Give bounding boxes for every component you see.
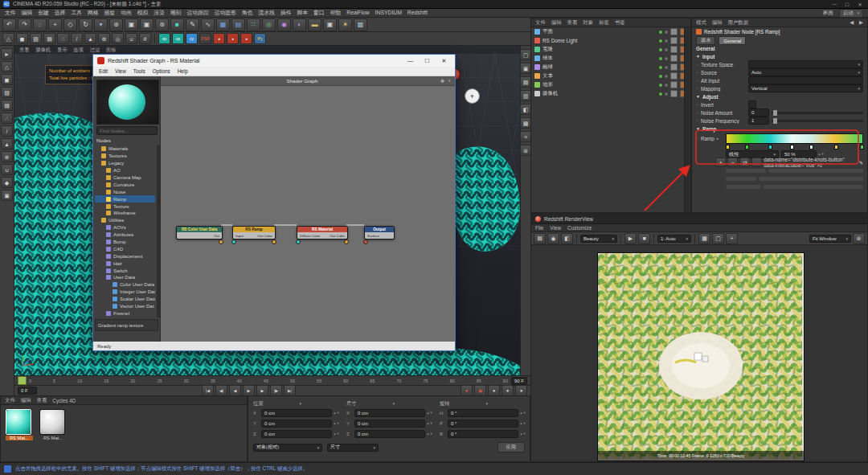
- magicmerge-icon[interactable]: ●: [227, 33, 239, 44]
- aov-select[interactable]: Beauty: [580, 235, 617, 243]
- ramp-stop-handle[interactable]: [726, 145, 730, 149]
- undo-icon[interactable]: ↶: [2, 18, 16, 31]
- rotate-icon[interactable]: ↻: [79, 18, 92, 31]
- object-menu-item[interactable]: 对象: [583, 19, 593, 27]
- shader-graph-menu-item[interactable]: Help: [178, 68, 188, 74]
- node-tree-item[interactable]: Noise: [95, 188, 155, 195]
- menu-item[interactable]: 脚本: [297, 10, 308, 15]
- end-frame-field[interactable]: 90 F: [511, 377, 527, 385]
- record-scale-button[interactable]: ●: [502, 385, 514, 396]
- polygons-mode-icon[interactable]: ▲: [1, 138, 13, 149]
- canvas-pan-icon[interactable]: ✥: [440, 78, 444, 84]
- python-icon[interactable]: Py: [254, 33, 266, 44]
- object-row[interactable]: 平面: [531, 27, 690, 36]
- viewport-menu-item[interactable]: 过滤: [90, 47, 100, 54]
- minimize-button[interactable]: —: [403, 55, 417, 66]
- menu-item[interactable]: 角色: [242, 10, 253, 15]
- node-tree-item[interactable]: Camera Map: [95, 174, 155, 182]
- coordinate-system-icon[interactable]: ⊕: [109, 18, 123, 31]
- node-tree-item[interactable]: Attributes: [95, 231, 155, 239]
- texture-tag-icon[interactable]: [670, 72, 678, 80]
- polygons-mode-icon[interactable]: ▲: [84, 33, 96, 44]
- node-tree-item[interactable]: Wireframe: [95, 210, 155, 217]
- next-key-button[interactable]: |▶: [270, 385, 282, 396]
- magicslow-icon[interactable]: ●: [213, 33, 225, 44]
- snapshot-select[interactable]: 1: Auto: [657, 235, 691, 243]
- flip-knots-button[interactable]: ⇄: [739, 158, 750, 167]
- bucket-render-icon[interactable]: ▦: [698, 233, 710, 244]
- texture-tag-icon[interactable]: [670, 63, 678, 71]
- coordinate-field[interactable]: 0 cm: [354, 430, 425, 438]
- scale-icon[interactable]: ◇: [63, 18, 77, 31]
- edges-mode-icon[interactable]: /: [71, 33, 83, 44]
- history-back-icon[interactable]: ◀: [850, 19, 854, 26]
- find-nodes-input[interactable]: [96, 126, 158, 135]
- visibility-dot[interactable]: [659, 48, 662, 51]
- workplane-mode-icon[interactable]: ▤: [1, 100, 13, 111]
- pointer-tool-icon[interactable]: ►: [1, 48, 13, 59]
- view-config-icon[interactable]: ⊛: [520, 145, 531, 156]
- cloner-icon[interactable]: ∷: [247, 18, 260, 31]
- visibility-dot[interactable]: [659, 84, 662, 87]
- record-rotation-button[interactable]: ●: [515, 385, 527, 396]
- canvas-add-icon[interactable]: ＋: [447, 77, 452, 84]
- minimize-button[interactable]: —: [829, 1, 839, 8]
- viewport-menu-item[interactable]: 显示: [57, 47, 67, 54]
- renderview-menu-item[interactable]: Customize: [567, 225, 592, 231]
- viewport-menu-item[interactable]: 面板: [106, 47, 116, 54]
- texture-tag-icon[interactable]: [670, 81, 678, 88]
- menu-item[interactable]: 插件: [280, 10, 292, 15]
- node-tree-item[interactable]: AOVs: [95, 224, 155, 231]
- object-row[interactable]: 摄像机: [531, 89, 690, 98]
- menu-item[interactable]: 网格: [88, 10, 99, 15]
- move-icon[interactable]: +: [48, 18, 62, 31]
- node-tree-item[interactable]: Bump: [95, 239, 155, 246]
- spinner[interactable]: ▲▼: [334, 432, 338, 436]
- alt-input-field[interactable]: [748, 76, 863, 84]
- points-mode-icon[interactable]: ∴: [1, 113, 13, 124]
- visibility-dot[interactable]: [659, 66, 662, 69]
- coordinate-field[interactable]: 0 cm: [261, 430, 332, 438]
- spinner[interactable]: ▲▼: [521, 412, 525, 415]
- shader-graph-titlebar[interactable]: Redshift Shader Graph - RS Material — ☐ …: [93, 55, 455, 67]
- size-mode-select[interactable]: 尺寸: [327, 444, 379, 452]
- viewport-menu-item[interactable]: 选项: [73, 47, 83, 54]
- noise-frequency-slider[interactable]: [772, 120, 863, 122]
- magicsolo-icon[interactable]: ●: [240, 33, 252, 44]
- spinner[interactable]: ▲▼: [334, 422, 338, 425]
- shader-graph-tab[interactable]: Shader Graph ✥ ＋: [161, 76, 455, 86]
- points-mode-icon[interactable]: ∴: [57, 33, 69, 44]
- material-name[interactable]: RS Mat...: [6, 436, 33, 440]
- record-key-button[interactable]: ●: [461, 385, 473, 396]
- ramp-stop-handle[interactable]: [809, 145, 813, 149]
- node-tree-item[interactable]: Integer User Dat...: [95, 289, 155, 296]
- viewport-menu-item[interactable]: 摄像机: [35, 47, 51, 54]
- menu-item[interactable]: 选择: [55, 10, 66, 15]
- view-front-icon[interactable]: ◧: [520, 104, 531, 115]
- menu-item[interactable]: 窗口: [313, 10, 325, 15]
- texture-tag-icon[interactable]: [670, 90, 678, 97]
- region-render-icon[interactable]: ▢: [712, 233, 724, 244]
- convert-editable-icon[interactable]: △: [1, 61, 13, 72]
- xparticles-emitter-icon[interactable]: xp: [172, 33, 184, 44]
- render-dot[interactable]: [665, 84, 668, 87]
- node-tree-item[interactable]: Switch: [95, 267, 155, 274]
- start-ipr-icon[interactable]: ▶: [624, 233, 637, 244]
- coordinate-field[interactable]: 0 cm: [261, 409, 332, 417]
- visibility-dot[interactable]: [659, 75, 662, 78]
- coordinate-field[interactable]: 0 cm: [261, 420, 332, 428]
- object-label[interactable]: 球体: [542, 55, 553, 62]
- object-label[interactable]: 文本: [542, 72, 553, 80]
- node-tree-item[interactable]: Displacement: [95, 252, 155, 260]
- ramp-stop-handle[interactable]: [860, 145, 864, 149]
- spinner[interactable]: ▲▼: [428, 432, 432, 436]
- material-thumbnail-selected[interactable]: [6, 409, 31, 435]
- group-input[interactable]: Input: [702, 54, 714, 59]
- node-tree-item[interactable]: C4D: [95, 245, 155, 252]
- save-image-icon[interactable]: ▤: [534, 233, 546, 244]
- menu-item[interactable]: 流水线: [259, 10, 275, 15]
- visibility-dot[interactable]: [659, 57, 662, 60]
- materials-menu-item[interactable]: 文件: [5, 397, 15, 404]
- renderview-settings-icon[interactable]: ⊛: [853, 233, 865, 244]
- material-name[interactable]: RS Mat...: [39, 436, 67, 440]
